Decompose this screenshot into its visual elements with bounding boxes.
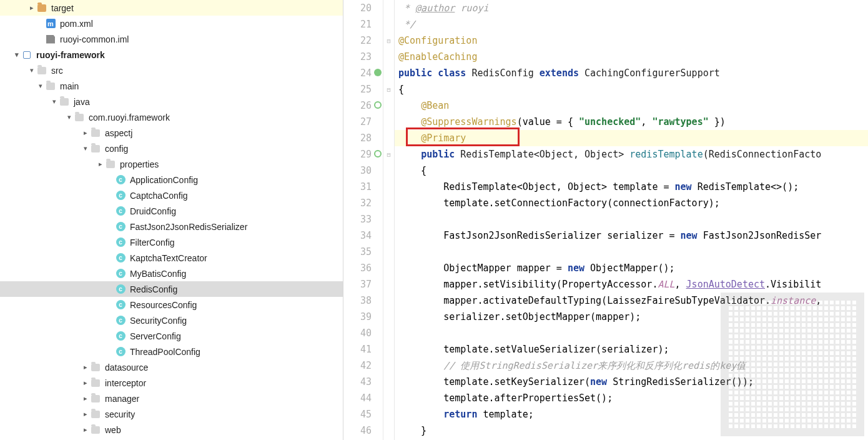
tree-item-datasource[interactable]: ▸datasource <box>0 359 343 375</box>
code-line[interactable]: { <box>395 81 868 98</box>
tree-item-securityconfig[interactable]: cSecurityConfig <box>0 312 343 328</box>
code-line[interactable]: } <box>395 422 868 439</box>
line-number: 34 <box>343 228 383 244</box>
code-line[interactable] <box>395 244 868 260</box>
code-line[interactable]: serializer.setObjectMapper(mapper); <box>395 309 868 325</box>
code-token: instance <box>771 295 816 306</box>
folder-icon <box>90 362 101 373</box>
class-icon: c <box>115 252 126 264</box>
fold-handle[interactable] <box>383 146 394 162</box>
tree-item-manager[interactable]: ▸manager <box>0 391 343 406</box>
code-line[interactable]: @Bean <box>395 98 868 114</box>
tree-item-properties[interactable]: ▸properties <box>0 156 343 172</box>
code-area[interactable]: * @author ruoyi */@Configuration@EnableC… <box>395 0 868 440</box>
expand-arrow[interactable]: ▸ <box>81 394 90 402</box>
code-editor[interactable]: 2021222324252627282930313233343536373839… <box>343 0 868 440</box>
tree-item-web[interactable]: ▸web <box>0 422 343 438</box>
code-line[interactable]: */ <box>395 16 868 32</box>
gutter-run-icon[interactable] <box>374 150 382 158</box>
tree-item-mybatisconfig[interactable]: cMyBatisConfig <box>0 266 343 281</box>
fold-handle <box>383 358 394 374</box>
tree-item-redisconfig[interactable]: cRedisConfig <box>0 281 343 297</box>
tree-item-src[interactable]: ▾src <box>0 62 343 78</box>
code-token: // 使用StringRedisSerializer来序列化和反序列化redis… <box>443 360 746 371</box>
code-line[interactable]: template.setKeySerializer(new StringRedi… <box>395 374 868 390</box>
tree-item-filterconfig[interactable]: cFilterConfig <box>0 234 343 250</box>
folder-icon <box>105 159 116 170</box>
code-line[interactable] <box>395 211 868 228</box>
code-line[interactable]: mapper.setVisibility(PropertyAccessor.AL… <box>395 276 868 292</box>
code-line[interactable]: mapper.activateDefaultTyping(LaissezFair… <box>395 292 868 309</box>
expand-arrow[interactable]: ▾ <box>36 82 45 90</box>
expand-arrow[interactable]: ▸ <box>81 426 90 434</box>
fold-strip[interactable] <box>383 0 395 440</box>
code-line[interactable]: public RedisTemplate<Object, Object> red… <box>395 146 868 162</box>
code-token: new <box>681 230 703 241</box>
code-token: value = { <box>523 116 579 128</box>
code-line[interactable]: { <box>395 162 868 179</box>
expand-arrow[interactable]: ▸ <box>27 4 36 12</box>
tree-item-serverconfig[interactable]: cServerConfig <box>0 328 343 344</box>
code-line[interactable]: @Configuration <box>395 32 868 49</box>
tree-item-fastjson2jsonredisserializer[interactable]: cFastJson2JsonRedisSerializer <box>0 219 343 234</box>
expand-arrow[interactable]: ▸ <box>96 160 105 168</box>
fold-handle <box>383 130 394 146</box>
expand-arrow[interactable]: ▸ <box>81 379 90 387</box>
code-line[interactable]: template.setValueSerializer(serializer); <box>395 341 868 358</box>
expand-arrow[interactable]: ▾ <box>81 144 90 152</box>
expand-arrow[interactable]: ▸ <box>81 363 90 371</box>
tree-item-java[interactable]: ▾java <box>0 94 343 109</box>
fold-handle <box>383 406 394 422</box>
code-line[interactable]: public class RedisConfig extends Caching… <box>395 65 868 81</box>
tree-item-applicationconfig[interactable]: cApplicationConfig <box>0 172 343 188</box>
tree-item-ruoyi-framework[interactable]: ▾ruoyi-framework <box>0 47 343 62</box>
fold-handle <box>383 195 394 211</box>
line-number: 46 <box>343 422 383 439</box>
tree-item-interceptor[interactable]: ▸interceptor <box>0 375 343 391</box>
code-line[interactable]: return template; <box>395 406 868 422</box>
fold-handle[interactable] <box>383 32 394 49</box>
tree-item-config[interactable]: ▾config <box>0 141 343 156</box>
code-line[interactable]: template.afterPropertiesSet(); <box>395 390 868 406</box>
tree-item-aspectj[interactable]: ▸aspectj <box>0 125 343 141</box>
fold-handle <box>383 276 394 292</box>
code-line[interactable]: RedisTemplate<Object, Object> template =… <box>395 179 868 195</box>
tree-item-target[interactable]: ▸target <box>0 0 343 16</box>
expand-arrow[interactable]: ▸ <box>81 129 90 137</box>
code-line[interactable]: template.setConnectionFactory(connection… <box>395 195 868 211</box>
code-token: RedisTemplate<>(); <box>698 181 799 192</box>
code-line[interactable]: FastJson2JsonRedisSerializer serializer … <box>395 228 868 244</box>
tree-item-threadpoolconfig[interactable]: cThreadPoolConfig <box>0 344 343 359</box>
code-line[interactable]: @Primary <box>395 130 868 146</box>
tree-item-kaptchatextcreator[interactable]: cKaptchaTextCreator <box>0 250 343 266</box>
code-line[interactable]: ObjectMapper mapper = new ObjectMapper()… <box>395 260 868 276</box>
expand-arrow[interactable]: ▸ <box>81 410 90 418</box>
code-token: @Configuration <box>398 35 477 46</box>
code-line[interactable] <box>395 325 868 341</box>
expand-arrow[interactable]: ▾ <box>12 51 21 59</box>
tree-item-pom-xml[interactable]: mpom.xml <box>0 16 343 31</box>
code-line[interactable]: @SuppressWarnings(value = { "unchecked",… <box>395 114 868 130</box>
tree-item-main[interactable]: ▾main <box>0 78 343 94</box>
code-token <box>398 132 421 144</box>
project-tree[interactable]: ▸targetmpom.xmlruoyi-common.iml▾ruoyi-fr… <box>0 0 343 440</box>
code-token: template.setKeySerializer( <box>398 376 590 388</box>
tree-item-resourcesconfig[interactable]: cResourcesConfig <box>0 297 343 312</box>
tree-item-druidconfig[interactable]: cDruidConfig <box>0 203 343 219</box>
expand-arrow[interactable]: ▾ <box>65 113 74 121</box>
code-token: .Visibilit <box>765 279 821 290</box>
tree-item-security[interactable]: ▸security <box>0 406 343 422</box>
gutter-run-icon[interactable] <box>374 101 382 109</box>
class-icon: c <box>115 206 126 217</box>
tree-item-com-ruoyi-framework[interactable]: ▾com.ruoyi.framework <box>0 109 343 125</box>
tree-item-captchaconfig[interactable]: cCaptchaConfig <box>0 188 343 203</box>
expand-arrow[interactable]: ▾ <box>50 98 59 106</box>
code-line[interactable]: @EnableCaching <box>395 49 868 65</box>
fold-handle[interactable] <box>383 81 394 98</box>
code-line[interactable]: * @author ruoyi <box>395 0 868 16</box>
line-number: 26 <box>343 98 383 114</box>
tree-item-ruoyi-common-iml[interactable]: ruoyi-common.iml <box>0 31 343 47</box>
gutter-run-icon[interactable] <box>374 69 382 76</box>
expand-arrow[interactable]: ▾ <box>27 66 36 74</box>
code-line[interactable]: // 使用StringRedisSerializer来序列化和反序列化redis… <box>395 358 868 374</box>
